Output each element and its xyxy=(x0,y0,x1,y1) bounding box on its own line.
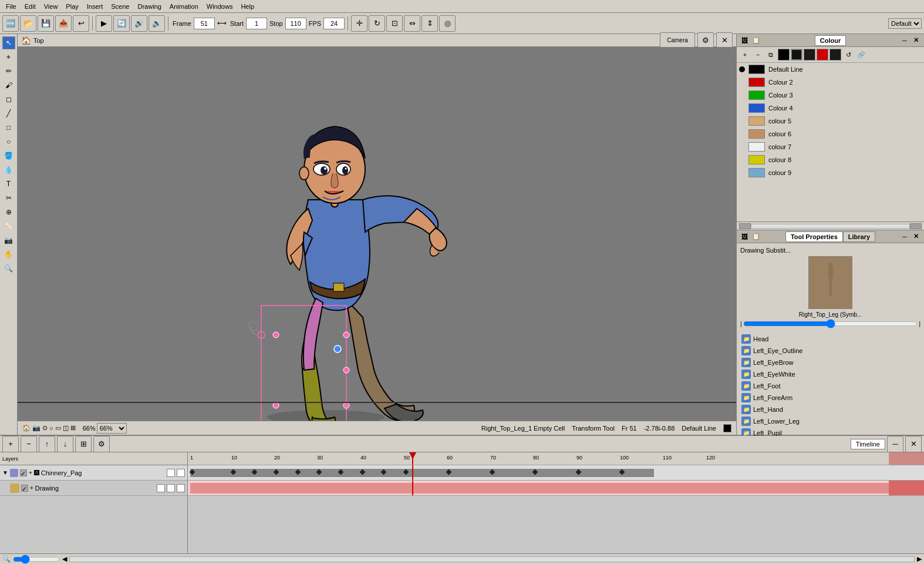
tree-item-left-hand[interactable]: 📁 Left_Hand xyxy=(739,404,922,415)
brush-tool[interactable]: 🖌 xyxy=(2,79,15,92)
track-expand-btn-1[interactable]: ▼ xyxy=(2,469,8,476)
menu-insert[interactable]: Insert xyxy=(83,2,107,11)
tl-add-layer-btn[interactable]: + xyxy=(2,436,19,452)
text-tool[interactable]: T xyxy=(2,177,15,190)
camera-btn[interactable]: Camera xyxy=(660,32,695,49)
zoom-select[interactable]: 66% 50% 100% xyxy=(97,423,127,434)
dropper-tool[interactable]: 💧 xyxy=(2,163,15,176)
color-row-5[interactable]: colour 5 xyxy=(737,115,924,127)
track-add-btn-1[interactable]: + xyxy=(29,469,32,476)
start-input[interactable] xyxy=(246,18,267,29)
scale-btn[interactable]: ⊡ xyxy=(386,15,403,32)
pencil-tool[interactable]: ✏ xyxy=(2,65,15,78)
fps-input[interactable] xyxy=(323,18,345,29)
eraser-tool[interactable]: ◻ xyxy=(2,93,15,106)
menu-file[interactable]: File xyxy=(2,2,20,11)
zoom-tool[interactable]: 🔍 xyxy=(2,262,15,275)
scroll-right-btn[interactable] xyxy=(910,223,922,229)
sound-btn[interactable]: 🔊 xyxy=(131,15,147,32)
color-row-9[interactable]: colour 9 xyxy=(737,166,924,179)
mute-btn[interactable]: 🔈 xyxy=(149,15,165,32)
line-tool[interactable]: ╱ xyxy=(2,107,15,120)
new-btn[interactable]: 🆕 xyxy=(2,15,19,32)
remove-color-btn[interactable]: − xyxy=(752,49,764,61)
tl-settings-btn[interactable]: ⚙ xyxy=(93,436,110,452)
tree-item-head[interactable]: 📁 Head xyxy=(739,333,922,345)
menu-drawing[interactable]: Drawing xyxy=(134,2,164,11)
track-frames-2[interactable] xyxy=(188,481,924,496)
canvas-container[interactable] xyxy=(18,47,736,421)
select-tool[interactable]: ↖ xyxy=(2,36,15,49)
paint-tool[interactable]: 🪣 xyxy=(2,149,15,162)
menu-windows[interactable]: Windows xyxy=(203,2,237,11)
zoom-icon[interactable]: 🔍 xyxy=(2,555,11,563)
loop-btn[interactable]: 🔄 xyxy=(113,15,130,32)
timeline-scroll-track[interactable] xyxy=(69,556,915,562)
track-extra-1[interactable] xyxy=(177,469,185,477)
color-row-default[interactable]: Default Line xyxy=(737,63,924,76)
tl-minimize-btn[interactable]: ─ xyxy=(887,436,903,452)
menu-animation[interactable]: Animation xyxy=(166,2,202,11)
export-btn[interactable]: 📤 xyxy=(55,15,72,32)
tool-panel-icon2[interactable]: 📋 xyxy=(751,231,761,242)
view-icon-4[interactable]: ○ xyxy=(49,425,53,432)
timeline-tab[interactable]: Timeline xyxy=(851,439,885,449)
view-icon-7[interactable]: ⊞ xyxy=(70,424,76,432)
track-visibility-2[interactable]: ✓ xyxy=(21,485,28,492)
flip-btn[interactable]: ⇕ xyxy=(421,15,438,32)
swatch-outline[interactable] xyxy=(791,49,802,61)
transform-tool[interactable]: ⊕ xyxy=(2,206,15,219)
color-row-7[interactable]: colour 7 xyxy=(737,140,924,153)
tool-panel-icon[interactable]: 🖼 xyxy=(739,231,750,242)
swatch-red[interactable] xyxy=(817,49,828,61)
canvas-settings-icon[interactable]: ⚙ xyxy=(697,32,714,49)
color-panel-icon-1[interactable]: 🖼 xyxy=(739,35,750,46)
menu-view[interactable]: View xyxy=(41,2,62,11)
scissors-tool[interactable]: ✂ xyxy=(2,192,15,204)
view-icon-6[interactable]: ◫ xyxy=(63,424,69,432)
tree-item-left-forearm[interactable]: 📁 Left_ForeArm xyxy=(739,392,922,404)
tl-close-btn[interactable]: ✕ xyxy=(905,436,922,452)
track-lock-1[interactable] xyxy=(167,469,175,477)
timeline-zoom-slider[interactable] xyxy=(13,556,60,563)
color-row-2[interactable]: Colour 2 xyxy=(737,76,924,89)
tool-panel-minimize[interactable]: ─ xyxy=(899,231,910,242)
bone-tool[interactable]: 🦴 xyxy=(2,220,15,233)
colour-tab[interactable]: Colour xyxy=(815,35,846,46)
menu-help[interactable]: Help xyxy=(237,2,258,11)
view-icon-1[interactable]: 🏠 xyxy=(22,424,31,432)
contour-tool[interactable]: ⌖ xyxy=(2,51,15,63)
menu-edit[interactable]: Edit xyxy=(21,2,39,11)
stop-input[interactable] xyxy=(285,18,306,29)
track-lock-2[interactable] xyxy=(157,484,165,492)
view-preset-select[interactable]: Default xyxy=(888,18,922,29)
tl-delete-btn[interactable]: − xyxy=(21,436,37,452)
scroll-right-arrow[interactable]: ▶ xyxy=(917,555,922,563)
track-extra-2[interactable] xyxy=(167,484,175,492)
scroll-left-btn[interactable] xyxy=(739,223,751,229)
oval-tool[interactable]: ○ xyxy=(2,135,15,148)
track-frames-1[interactable] xyxy=(188,465,924,481)
tool-properties-tab[interactable]: Tool Properties xyxy=(785,231,843,242)
open-btn[interactable]: 📂 xyxy=(20,15,36,32)
mirror-btn[interactable]: ⇔ xyxy=(404,15,420,32)
menu-scene[interactable]: Scene xyxy=(107,2,133,11)
tree-item-left-eyebrow[interactable]: 📁 Left_EyeBrow xyxy=(739,357,922,368)
move-btn[interactable]: ✛ xyxy=(351,15,367,32)
hand-tool[interactable]: ✋ xyxy=(2,248,15,261)
color-scrollbar[interactable] xyxy=(737,221,924,230)
track-chinnery[interactable]: ▼ ✓ + 🅰 Chinnery_Pag xyxy=(0,465,187,481)
track-add-btn-2[interactable]: + xyxy=(30,485,33,491)
color-row-6[interactable]: colour 6 xyxy=(737,127,924,140)
tree-item-left-foot[interactable]: 📁 Left_Foot xyxy=(739,380,922,392)
menu-play[interactable]: Play xyxy=(62,2,82,11)
color-panel-icon-2[interactable]: 📋 xyxy=(751,35,761,46)
swatch-black[interactable] xyxy=(778,49,790,61)
track-extra-3[interactable] xyxy=(177,484,185,492)
rect-tool[interactable]: □ xyxy=(2,121,15,134)
play-btn[interactable]: ▶ xyxy=(96,15,112,32)
frame-input[interactable] xyxy=(194,18,215,29)
tree-item-left-eye-outline[interactable]: 📁 Left_Eye_Outline xyxy=(739,345,922,357)
add-color-btn[interactable]: + xyxy=(739,49,751,61)
scroll-left-arrow[interactable]: ◀ xyxy=(62,555,67,563)
